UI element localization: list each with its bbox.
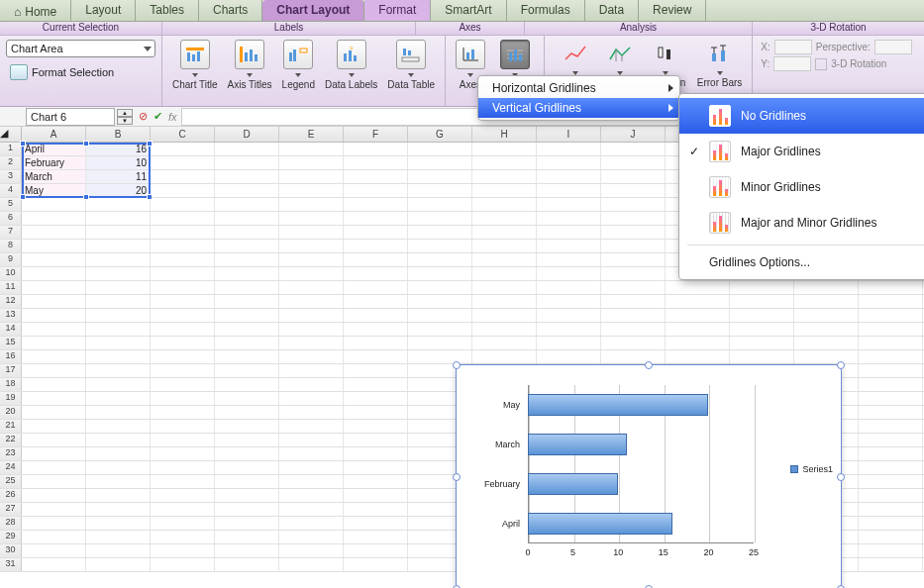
cell[interactable] bbox=[601, 350, 666, 363]
cell[interactable] bbox=[859, 558, 923, 571]
cell[interactable] bbox=[279, 226, 344, 239]
cell[interactable] bbox=[730, 323, 794, 336]
row-header[interactable]: 11 bbox=[0, 281, 22, 294]
tab-smartart[interactable]: SmartArt bbox=[431, 0, 506, 21]
cell[interactable] bbox=[22, 447, 86, 460]
cell[interactable] bbox=[215, 281, 279, 294]
cell[interactable] bbox=[408, 143, 472, 155]
cell[interactable] bbox=[215, 295, 279, 308]
cell[interactable] bbox=[279, 323, 344, 336]
cell[interactable] bbox=[22, 337, 86, 349]
cell[interactable] bbox=[151, 184, 215, 197]
row-header[interactable]: 3 bbox=[0, 170, 22, 183]
cell[interactable] bbox=[22, 240, 86, 252]
cell[interactable] bbox=[86, 253, 151, 266]
cell[interactable]: May bbox=[22, 184, 86, 197]
horizontal-gridlines-item[interactable]: Horizontal Gridlines bbox=[478, 78, 679, 98]
cell[interactable] bbox=[601, 212, 666, 225]
tab-formulas[interactable]: Formulas bbox=[507, 0, 585, 21]
cell[interactable] bbox=[408, 198, 472, 211]
cell[interactable] bbox=[215, 544, 279, 557]
cell[interactable] bbox=[215, 184, 279, 197]
cell[interactable] bbox=[279, 517, 344, 530]
cell[interactable] bbox=[151, 517, 215, 530]
cell[interactable] bbox=[601, 198, 666, 211]
cell[interactable] bbox=[215, 378, 279, 391]
cell[interactable] bbox=[730, 350, 794, 363]
cell[interactable] bbox=[151, 170, 215, 183]
cell[interactable] bbox=[601, 267, 666, 280]
cell[interactable] bbox=[666, 350, 730, 363]
cell[interactable] bbox=[151, 198, 215, 211]
column-header[interactable]: H bbox=[472, 127, 537, 142]
cell[interactable] bbox=[151, 420, 215, 433]
cell[interactable] bbox=[22, 392, 86, 405]
cell[interactable] bbox=[537, 184, 601, 197]
cell[interactable] bbox=[22, 323, 86, 336]
cell[interactable] bbox=[279, 184, 344, 197]
row-header[interactable]: 10 bbox=[0, 267, 22, 280]
cell[interactable] bbox=[344, 420, 408, 433]
cell[interactable] bbox=[279, 240, 344, 252]
cell[interactable] bbox=[22, 226, 86, 239]
tab-charts[interactable]: Charts bbox=[199, 0, 262, 21]
cell[interactable] bbox=[279, 475, 344, 488]
cell[interactable] bbox=[472, 350, 537, 363]
cell[interactable] bbox=[86, 364, 151, 377]
column-header[interactable]: B bbox=[86, 127, 151, 142]
cell[interactable] bbox=[151, 240, 215, 252]
cell[interactable] bbox=[344, 156, 408, 169]
cell[interactable] bbox=[279, 295, 344, 308]
cell[interactable] bbox=[279, 281, 344, 294]
cell[interactable] bbox=[408, 309, 472, 322]
row-header[interactable]: 18 bbox=[0, 378, 22, 391]
row-header[interactable]: 14 bbox=[0, 323, 22, 336]
cell[interactable] bbox=[215, 350, 279, 363]
cell[interactable] bbox=[408, 267, 472, 280]
cell[interactable] bbox=[344, 226, 408, 239]
tab-home[interactable]: ⌂ Home bbox=[0, 0, 71, 21]
cell[interactable] bbox=[151, 544, 215, 557]
row-header[interactable]: 26 bbox=[0, 489, 22, 502]
cell[interactable] bbox=[279, 198, 344, 211]
cell[interactable] bbox=[22, 420, 86, 433]
cell[interactable] bbox=[151, 489, 215, 502]
cell[interactable] bbox=[151, 447, 215, 460]
cell[interactable] bbox=[537, 240, 601, 252]
cell[interactable] bbox=[215, 420, 279, 433]
cell[interactable] bbox=[86, 461, 151, 474]
legend-button[interactable]: Legend bbox=[278, 40, 319, 102]
row-header[interactable]: 7 bbox=[0, 226, 22, 239]
cell[interactable] bbox=[86, 350, 151, 363]
cell[interactable] bbox=[151, 295, 215, 308]
cell[interactable] bbox=[151, 156, 215, 169]
name-box[interactable]: Chart 6 bbox=[26, 108, 115, 126]
cell[interactable] bbox=[151, 226, 215, 239]
axis-titles-button[interactable]: Axis Titles bbox=[224, 40, 276, 102]
cell[interactable] bbox=[601, 184, 666, 197]
cell[interactable] bbox=[215, 531, 279, 543]
row-header[interactable]: 15 bbox=[0, 337, 22, 349]
cell[interactable] bbox=[344, 253, 408, 266]
cell[interactable] bbox=[22, 378, 86, 391]
cell[interactable] bbox=[86, 544, 151, 557]
row-header[interactable]: 27 bbox=[0, 503, 22, 516]
cell[interactable] bbox=[472, 170, 537, 183]
cell[interactable] bbox=[86, 517, 151, 530]
row-header[interactable]: 20 bbox=[0, 406, 22, 419]
cell[interactable] bbox=[215, 475, 279, 488]
name-box-stepper[interactable]: ▲▼ bbox=[117, 109, 133, 125]
cell[interactable] bbox=[22, 295, 86, 308]
cell[interactable] bbox=[151, 392, 215, 405]
cell[interactable] bbox=[86, 406, 151, 419]
cell[interactable] bbox=[344, 447, 408, 460]
cell[interactable] bbox=[215, 309, 279, 322]
cell[interactable] bbox=[22, 489, 86, 502]
cell[interactable] bbox=[22, 253, 86, 266]
row-header[interactable]: 24 bbox=[0, 461, 22, 474]
cell[interactable] bbox=[344, 378, 408, 391]
cell[interactable] bbox=[151, 267, 215, 280]
cell[interactable] bbox=[151, 503, 215, 516]
cell[interactable] bbox=[215, 267, 279, 280]
tab-review[interactable]: Review bbox=[639, 0, 706, 21]
